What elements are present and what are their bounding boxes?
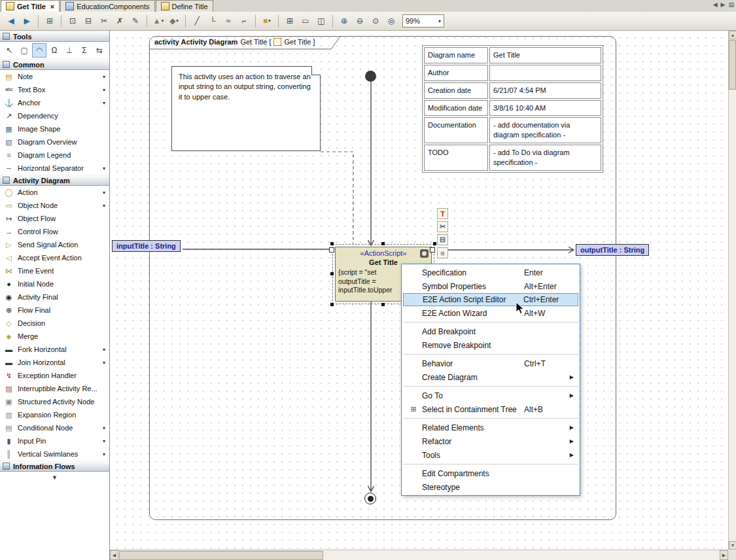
palette-item[interactable]: ◈ Merge xyxy=(0,330,109,343)
palette-item[interactable]: ▤ Conditional Node ▾ xyxy=(0,421,109,434)
input-pin[interactable] xyxy=(329,247,334,253)
tab-list-icon[interactable]: ▤ xyxy=(728,1,734,8)
selection-handle[interactable] xyxy=(330,272,334,275)
swap-tool-icon[interactable]: ⇆ xyxy=(92,43,107,58)
palette-item[interactable]: ▨ Interruptible Activity Re... xyxy=(0,382,109,395)
menu-item[interactable]: Edit Compartments xyxy=(402,466,580,480)
vertical-scroll-thumb[interactable] xyxy=(729,40,736,90)
diagram-canvas[interactable]: activity Activity Diagram Get Title [ Ge… xyxy=(110,31,728,550)
zoom-in-icon[interactable]: ⊕ xyxy=(337,14,351,28)
chevron-down-icon[interactable]: ▾ xyxy=(103,425,105,431)
zoom-out-icon[interactable]: ⊖ xyxy=(353,14,367,28)
palette-item[interactable]: ▧ Diagram Overview xyxy=(0,135,109,149)
menu-item[interactable]: Add Breakpoint xyxy=(402,324,580,338)
palette-item[interactable]: ▭ Object Node ▾ xyxy=(0,199,109,212)
line-corner-icon[interactable]: ⌐ xyxy=(237,14,251,28)
frame-icon[interactable]: ▭ xyxy=(298,14,313,28)
diagram-info-table[interactable]: Diagram name Get Title Author Creation d… xyxy=(422,45,603,173)
menu-item[interactable]: Symbol Properties Alt+Enter xyxy=(402,279,580,293)
output-pin-label[interactable]: outputTitle : String xyxy=(576,244,649,256)
line-rectilinear-icon[interactable]: └ xyxy=(205,14,220,28)
chevron-down-icon[interactable]: ▾ xyxy=(103,87,105,93)
palette-item[interactable]: ↯ Exception Handler xyxy=(0,369,109,382)
output-pin[interactable] xyxy=(430,247,435,253)
tab-define-title[interactable]: Define Title xyxy=(156,0,213,12)
chevron-down-icon[interactable]: ▾ xyxy=(103,203,105,209)
palette-item[interactable]: ◯ Action ▾ xyxy=(0,186,109,199)
pointer-tool-icon[interactable]: ↖ xyxy=(2,43,16,58)
scroll-left-icon[interactable]: ◀ xyxy=(110,550,118,560)
palette-section-common[interactable]: Common xyxy=(0,59,109,70)
palette-item[interactable]: ▣ Structured Activity Node xyxy=(0,395,109,408)
selection-handle[interactable] xyxy=(330,242,334,245)
next-tab-icon[interactable]: ▶ xyxy=(721,1,726,8)
input-pin-label[interactable]: inputTitle : String xyxy=(112,240,181,252)
scroll-up-icon[interactable]: ▲ xyxy=(729,31,736,39)
chevron-down-icon[interactable]: ▾ xyxy=(103,100,105,106)
menu-item[interactable]: Create Diagram ▶ xyxy=(402,370,580,384)
horizontal-scroll-thumb[interactable] xyxy=(119,551,323,560)
activity-final-node[interactable] xyxy=(364,493,376,504)
palette-more-button[interactable]: ▼ xyxy=(0,472,109,483)
selection-handle[interactable] xyxy=(330,303,334,306)
selection-handle[interactable] xyxy=(433,242,436,245)
chevron-down-icon[interactable]: ▾ xyxy=(103,438,105,444)
menu-item[interactable]: Behavior Ctrl+T xyxy=(402,357,580,370)
menu-item[interactable]: Specification Enter xyxy=(402,266,580,279)
edit-text-icon[interactable]: T xyxy=(437,208,448,219)
palette-item[interactable]: ◉ Activity Final xyxy=(0,290,109,304)
magnet-tool-icon[interactable]: Ω xyxy=(47,43,61,58)
forward-icon[interactable]: ▶ xyxy=(20,14,34,28)
menu-item[interactable]: Tools ▶ xyxy=(402,448,580,462)
paste-icon[interactable]: ⊟ xyxy=(81,14,96,28)
palette-item[interactable]: ▬ Join Horizontal ▾ xyxy=(0,356,109,369)
list-options-icon[interactable]: ≡ xyxy=(437,247,448,258)
palette-item[interactable]: abc Text Box ▾ xyxy=(0,83,109,96)
menu-item[interactable]: Related Elements ▶ xyxy=(402,421,580,434)
grid-icon[interactable]: ⊞ xyxy=(283,14,297,28)
copy-icon[interactable]: ⊡ xyxy=(65,14,80,28)
sticky-mode-tool-icon[interactable]: ◠ xyxy=(32,43,46,58)
split-pane-icon[interactable]: ◫ xyxy=(314,14,328,28)
menu-item[interactable]: Go To ▶ xyxy=(402,389,580,402)
palette-item[interactable]: ┄ Horizontal Separator ▾ xyxy=(0,162,109,175)
align-shapes-icon[interactable]: ▲ ▾ xyxy=(151,14,166,28)
palette-item[interactable]: ▬ Fork Horizontal ▾ xyxy=(0,343,109,356)
chevron-down-icon[interactable]: ▾ xyxy=(103,166,105,171)
chevron-down-icon[interactable]: ▾ xyxy=(103,347,105,353)
selection-handle[interactable] xyxy=(381,303,385,306)
chevron-down-icon[interactable]: ▾ xyxy=(103,74,105,80)
frame-title[interactable]: activity Activity Diagram Get Title [ Ge… xyxy=(154,38,315,46)
palette-section-tools[interactable]: Tools xyxy=(0,31,109,42)
scroll-right-icon[interactable]: ▶ xyxy=(720,550,728,560)
palette-item[interactable]: ↗ Dependency xyxy=(0,109,109,122)
horizontal-scrollbar[interactable]: ◀ ▶ xyxy=(110,550,728,560)
palette-item[interactable]: ▤ Note ▾ xyxy=(0,70,109,83)
line-curve-icon[interactable]: ≈ xyxy=(221,14,236,28)
palette-item[interactable]: ● Initial Node xyxy=(0,277,109,290)
chevron-down-icon[interactable]: ▾ xyxy=(103,190,105,196)
area-select-tool-icon[interactable]: ▢ xyxy=(17,43,31,58)
compartments-icon[interactable]: ⊟ xyxy=(437,234,448,245)
palette-section-information-flows[interactable]: Information Flows xyxy=(0,461,109,472)
scroll-down-icon[interactable]: ▼ xyxy=(729,541,736,550)
cut-connector-icon[interactable]: ✂ xyxy=(437,221,448,232)
zoom-actual-icon[interactable]: ◎ xyxy=(384,14,398,28)
palette-section-activity-diagram[interactable]: Activity Diagram xyxy=(0,175,109,186)
tab-get-title[interactable]: Get Title × xyxy=(1,0,60,12)
menu-item[interactable]: Refactor ▶ xyxy=(402,434,580,448)
tab-educationcomponents[interactable]: EducationComponents xyxy=(60,0,154,12)
line-oblique-icon[interactable]: ╱ xyxy=(190,14,204,28)
close-icon[interactable]: × xyxy=(50,3,54,10)
zoom-select[interactable]: 99% ▾ xyxy=(402,14,444,27)
palette-item[interactable]: ↦ Object Flow xyxy=(0,212,109,225)
chevron-down-icon[interactable]: ▾ xyxy=(103,451,105,457)
initial-node[interactable] xyxy=(365,71,376,82)
palette-item[interactable]: ◇ Decision xyxy=(0,317,109,330)
menu-item[interactable]: E2E Action Script Editor Ctrl+Enter xyxy=(403,293,578,306)
palette-item[interactable]: ▷ Send Signal Action xyxy=(0,238,109,251)
align-tool-icon[interactable]: ⊥ xyxy=(62,43,77,58)
format-painter-icon[interactable]: ✎ xyxy=(128,14,143,28)
vertical-scrollbar[interactable]: ▲ ▼ xyxy=(728,31,736,550)
palette-item[interactable]: → Control Flow xyxy=(0,225,109,238)
